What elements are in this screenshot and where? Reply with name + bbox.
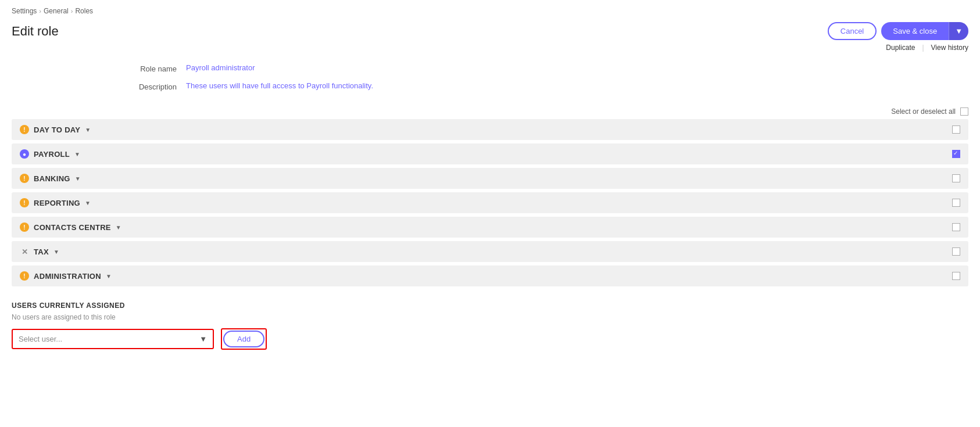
payroll-checkbox[interactable]	[952, 150, 960, 158]
breadcrumb-general[interactable]: General	[44, 7, 69, 15]
actions-separator: |	[922, 44, 924, 52]
payroll-label: PAYROLL	[34, 150, 70, 159]
categories-list: ! DAY TO DAY ▼ ● PAYROLL ▼ ! BANKING ▼ !…	[0, 119, 980, 286]
no-users-msg: No users are assigned to this role	[12, 313, 968, 321]
duplicate-link[interactable]: Duplicate	[886, 44, 915, 52]
description-label: Description	[116, 81, 186, 91]
page-title: Edit role	[12, 24, 59, 39]
user-add-row: Select user... ▼ Add	[12, 328, 968, 350]
category-row-administration: ! ADMINISTRATION ▼	[12, 265, 968, 286]
select-user-wrapper: Select user... ▼	[12, 329, 214, 349]
category-row-day-to-day: ! DAY TO DAY ▼	[12, 119, 968, 140]
view-history-link[interactable]: View history	[931, 44, 968, 52]
category-row-contacts-centre: ! CONTACTS CENTRE ▼	[12, 217, 968, 238]
banking-checkbox[interactable]	[952, 174, 960, 182]
breadcrumb-sep-1: ›	[39, 8, 41, 15]
role-name-value: Payroll administrator	[186, 63, 255, 72]
banking-chevron[interactable]: ▼	[75, 175, 81, 182]
reporting-icon: !	[20, 198, 29, 207]
administration-label: ADMINISTRATION	[34, 272, 101, 281]
save-close-group: Save & close ▼	[881, 22, 968, 40]
page-header: Edit role Cancel Save & close ▼	[0, 17, 980, 40]
breadcrumb-roles[interactable]: Roles	[75, 7, 93, 15]
reporting-chevron[interactable]: ▼	[85, 200, 91, 206]
category-row-reporting: ! REPORTING ▼	[12, 192, 968, 213]
banking-icon: !	[20, 174, 29, 183]
select-deselect-label: Select or deselect all	[891, 107, 956, 116]
contacts-centre-label: CONTACTS CENTRE	[34, 223, 111, 232]
category-left-administration: ! ADMINISTRATION ▼	[20, 271, 112, 281]
reporting-checkbox[interactable]	[952, 199, 960, 207]
secondary-actions: Duplicate | View history	[0, 40, 980, 52]
administration-checkbox[interactable]	[952, 272, 960, 280]
category-left-payroll: ● PAYROLL ▼	[20, 149, 80, 159]
day-to-day-checkbox[interactable]	[952, 125, 960, 134]
role-name-label: Role name	[116, 63, 186, 73]
category-left-day-to-day: ! DAY TO DAY ▼	[20, 125, 91, 134]
form-section: Role name Payroll administrator Descript…	[0, 52, 980, 105]
select-deselect-bar: Select or deselect all	[0, 105, 980, 119]
payroll-icon: ●	[20, 149, 29, 159]
form-row-role-name: Role name Payroll administrator	[116, 63, 864, 73]
users-title: USERS CURRENTLY ASSIGNED	[12, 302, 968, 310]
select-user-dropdown[interactable]: Select user...	[19, 335, 205, 343]
day-to-day-icon: !	[20, 125, 29, 134]
cancel-button[interactable]: Cancel	[828, 22, 877, 40]
header-actions: Cancel Save & close ▼	[828, 22, 968, 40]
administration-icon: !	[20, 271, 29, 281]
category-left-contacts-centre: ! CONTACTS CENTRE ▼	[20, 223, 121, 232]
breadcrumb-sep-2: ›	[71, 8, 73, 15]
save-close-button[interactable]: Save & close	[881, 22, 949, 40]
category-row-tax: ✕ TAX ▼	[12, 241, 968, 262]
category-left-tax: ✕ TAX ▼	[20, 247, 59, 256]
select-user-inner: Select user... ▼	[14, 331, 212, 347]
category-row-banking: ! BANKING ▼	[12, 168, 968, 189]
category-left-reporting: ! REPORTING ▼	[20, 198, 91, 207]
description-value: These users will have full access to Pay…	[186, 81, 373, 90]
payroll-chevron[interactable]: ▼	[74, 151, 80, 157]
save-close-dropdown-button[interactable]: ▼	[949, 22, 968, 40]
master-checkbox[interactable]	[960, 107, 968, 116]
breadcrumb-settings[interactable]: Settings	[12, 7, 37, 15]
category-left-banking: ! BANKING ▼	[20, 174, 81, 183]
tax-label: TAX	[34, 247, 49, 256]
add-button[interactable]: Add	[223, 331, 264, 347]
banking-label: BANKING	[34, 174, 70, 183]
reporting-label: REPORTING	[34, 199, 80, 207]
category-row-payroll: ● PAYROLL ▼	[12, 143, 968, 164]
breadcrumb: Settings › General › Roles	[0, 0, 980, 17]
form-row-description: Description These users will have full a…	[116, 81, 864, 91]
contacts-centre-chevron[interactable]: ▼	[116, 224, 121, 231]
users-section: USERS CURRENTLY ASSIGNED No users are as…	[0, 290, 980, 356]
day-to-day-label: DAY TO DAY	[34, 125, 80, 134]
tax-icon: ✕	[20, 247, 29, 256]
add-button-wrapper: Add	[221, 328, 267, 350]
tax-checkbox[interactable]	[952, 247, 960, 256]
contacts-centre-checkbox[interactable]	[952, 223, 960, 231]
contacts-centre-icon: !	[20, 223, 29, 232]
tax-chevron[interactable]: ▼	[53, 249, 59, 255]
administration-chevron[interactable]: ▼	[106, 273, 112, 279]
day-to-day-chevron[interactable]: ▼	[85, 127, 91, 133]
